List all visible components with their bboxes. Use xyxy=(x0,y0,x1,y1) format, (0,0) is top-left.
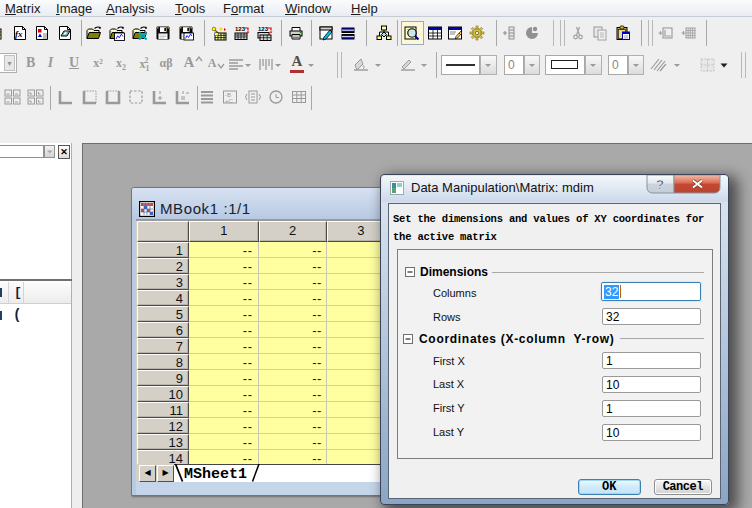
svg-text:?: ? xyxy=(656,177,664,192)
svg-text:123: 123 xyxy=(258,26,269,32)
svg-text:fx: fx xyxy=(15,29,23,39)
svg-text:+C: +C xyxy=(225,98,234,104)
svg-text:123: 123 xyxy=(235,26,246,32)
